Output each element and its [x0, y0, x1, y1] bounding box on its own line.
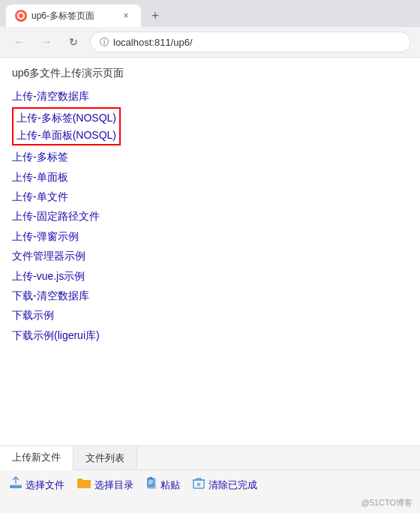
forward-button[interactable]: → — [36, 32, 57, 52]
clear-icon — [192, 476, 206, 494]
upload-icon — [9, 476, 22, 494]
link-file-manager[interactable]: 文件管理器示例 — [12, 248, 408, 264]
back-button[interactable]: ← — [9, 32, 30, 52]
tab-upload-new[interactable]: 上传新文件 — [0, 446, 74, 470]
paste-label: 粘贴 — [160, 478, 180, 492]
link-vuejs[interactable]: 上传-vue.js示例 — [12, 268, 408, 284]
svg-rect-4 — [149, 477, 152, 478]
tab-bar: up6-多标签页面 × + — [0, 0, 420, 27]
tab-upload-new-label: 上传新文件 — [12, 451, 61, 464]
link-single-file[interactable]: 上传-单文件 — [12, 188, 408, 205]
clear-completed-label: 清除已完成 — [208, 478, 257, 492]
link-download-clear[interactable]: 下载-清空数据库 — [12, 287, 408, 304]
paste-button[interactable]: 粘贴 — [146, 476, 180, 494]
browser-chrome: up6-多标签页面 × + ← → ↻ ⓘ localhost:811/up6/ — [0, 0, 420, 58]
page-content: up6多文件上传演示页面 上传-清空数据库 上传-多标签(NOSQL) 上传-单… — [0, 58, 420, 446]
link-clear-db[interactable]: 上传-清空数据库 — [12, 88, 408, 104]
tab-file-list[interactable]: 文件列表 — [74, 446, 137, 470]
panel-tabs: 上传新文件 文件列表 — [0, 446, 420, 470]
select-dir-button[interactable]: 选择目录 — [76, 477, 134, 493]
page-heading: up6多文件上传演示页面 — [12, 67, 408, 80]
bottom-panel: 上传新文件 文件列表 选择文件 选择目录 — [0, 446, 420, 513]
link-popup[interactable]: 上传-弹窗示例 — [12, 228, 408, 244]
watermark: @51CTO博客 — [362, 497, 412, 508]
tab-close-button[interactable]: × — [120, 10, 132, 22]
new-tab-button[interactable]: + — [144, 4, 166, 27]
clear-completed-button[interactable]: 清除已完成 — [192, 476, 257, 494]
reload-button[interactable]: ↻ — [63, 32, 84, 52]
link-download[interactable]: 下载示例 — [12, 307, 408, 323]
lock-icon: ⓘ — [100, 36, 109, 49]
link-download-ligerui[interactable]: 下载示例(ligerui库) — [12, 327, 408, 344]
highlighted-links-group: 上传-多标签(NOSQL) 上传-单面板(NOSQL) — [12, 107, 408, 146]
tab-favicon — [15, 10, 27, 22]
address-bar: ← → ↻ ⓘ localhost:811/up6/ — [0, 27, 420, 57]
select-dir-label: 选择目录 — [94, 478, 134, 492]
folder-icon — [76, 477, 92, 493]
active-tab[interactable]: up6-多标签页面 × — [6, 4, 141, 27]
link-fixed-path[interactable]: 上传-固定路径文件 — [12, 208, 408, 224]
link-single-panel[interactable]: 上传-单面板 — [12, 169, 408, 185]
panel-actions: 选择文件 选择目录 粘贴 — [0, 470, 420, 500]
url-text: localhost:811/up6/ — [113, 37, 193, 48]
tab-title: up6-多标签页面 — [32, 10, 116, 22]
link-multi-tag[interactable]: 上传-多标签 — [12, 148, 408, 165]
select-file-label: 选择文件 — [26, 478, 64, 492]
svg-rect-1 — [10, 485, 22, 488]
paste-icon — [146, 476, 158, 494]
url-bar[interactable]: ⓘ localhost:811/up6/ — [90, 32, 411, 52]
tab-file-list-label: 文件列表 — [86, 452, 124, 465]
select-file-button[interactable]: 选择文件 — [9, 476, 64, 494]
link-multi-tag-nosql[interactable]: 上传-多标签(NOSQL) — [16, 110, 116, 126]
link-single-panel-nosql[interactable]: 上传-单面板(NOSQL) — [16, 127, 116, 143]
